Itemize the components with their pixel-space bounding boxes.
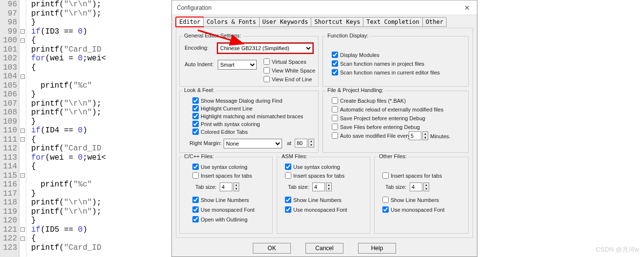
dialog-buttons: OK Cancel Help — [172, 243, 477, 254]
cb-other-mono[interactable]: Use monospaced Font — [382, 206, 445, 213]
group-general-title: General Editor Settings: — [183, 33, 243, 38]
group-file-project: File & Project Handling: Create Backup f… — [322, 91, 469, 153]
configuration-dialog: Configuration ✕ Editor Colors & Fonts Us… — [171, 0, 477, 257]
cb-view-white-space[interactable]: View White Space — [264, 67, 315, 73]
cb-cc-syntax[interactable]: Use syntax coloring — [192, 164, 247, 170]
dialog-titlebar: Configuration ✕ — [172, 0, 477, 15]
tab-shortcut-keys[interactable]: Shortcut Keys — [311, 17, 363, 27]
cb-asm-mono[interactable]: Use monospaced Font — [285, 206, 347, 213]
rmargin-at-input[interactable]: ▲▼ — [295, 139, 314, 147]
group-look-title: Look & Feel: — [183, 87, 216, 93]
cb-cc-mono[interactable]: Use monospaced Font — [192, 206, 255, 213]
asm-tab-label: Tab size: — [288, 184, 309, 190]
cb-cc-lines[interactable]: Show Line Numbers — [192, 197, 249, 203]
tab-user-keywords[interactable]: User Keywords — [259, 17, 312, 27]
cb-reload[interactable]: Automatic reload of externally modified … — [332, 106, 443, 112]
cb-asm-lines[interactable]: Show Line Numbers — [285, 197, 341, 203]
cb-cc-spaces[interactable]: Insert spaces for tabs — [192, 172, 252, 179]
cb-scan-editor[interactable]: Scan function names in current editor fi… — [332, 69, 440, 75]
cb-print-color[interactable]: Print with syntax coloring — [192, 121, 260, 127]
group-asm-title: ASM Files: — [280, 153, 309, 159]
tab-text-completion[interactable]: Text Completion — [363, 17, 422, 27]
cb-save-files[interactable]: Save Files before entering Debug — [332, 124, 420, 130]
cancel-button[interactable]: Cancel — [305, 243, 343, 254]
autosave-unit: Minutes. — [430, 133, 451, 139]
cb-view-eol[interactable]: View End of Line — [264, 76, 312, 82]
encoding-label: Encoding: — [185, 45, 208, 51]
line-number-gutter: 9697989910010110210310410510610710810911… — [0, 0, 19, 257]
close-button[interactable]: ✕ — [457, 1, 477, 15]
cb-other-spaces[interactable]: Insert spaces for tabs — [382, 172, 442, 179]
group-look-feel: Look & Feel: Show Message Dialog during … — [179, 91, 319, 153]
tab-colors-fonts[interactable]: Colors & Fonts — [203, 17, 259, 27]
cb-cc-outline[interactable]: Open with Outlining — [192, 216, 247, 222]
group-asm: ASM Files: Use syntax coloring Insert sp… — [277, 157, 370, 234]
tab-editor[interactable]: Editor — [176, 17, 204, 27]
cb-autosave[interactable]: Auto save modified File every — [332, 132, 410, 139]
ok-button[interactable]: OK — [253, 243, 291, 254]
group-other: Other Files: Insert spaces for tabs Tab … — [374, 157, 469, 234]
cb-hl-line[interactable]: Highlight Current Line — [192, 105, 252, 111]
group-function-display-title: Function Display: — [326, 33, 370, 38]
close-icon: ✕ — [464, 4, 470, 12]
code-editor-background: 9697989910010110210310410510610710810911… — [0, 0, 175, 257]
help-button[interactable]: Help — [358, 243, 396, 254]
other-tab-input[interactable]: ▲▼ — [410, 183, 429, 191]
autosave-value[interactable]: ▲▼ — [409, 131, 428, 140]
cc-tab-input[interactable]: ▲▼ — [220, 183, 239, 191]
cb-scan-project[interactable]: Scan function names in project files — [332, 60, 424, 67]
tab-other[interactable]: Other — [422, 17, 447, 27]
rmargin-select[interactable]: None — [224, 139, 282, 148]
group-fp-title: File & Project Handling: — [326, 87, 385, 93]
auto-indent-select[interactable]: Smart — [218, 60, 257, 70]
group-other-title: Other Files: — [378, 153, 408, 159]
watermark: CSDN @月河w — [596, 245, 639, 254]
group-cc-title: C/C++ Files: — [183, 153, 215, 159]
cc-tab-label: Tab size: — [195, 184, 216, 190]
dialog-title: Configuration — [177, 4, 211, 11]
cb-hl-braces[interactable]: Highlight matching and mismatched braces — [192, 113, 303, 119]
asm-tab-input[interactable]: ▲▼ — [312, 183, 332, 191]
cb-backup[interactable]: Create Backup files (*.BAK) — [332, 97, 406, 104]
cb-show-msg[interactable]: Show Message Dialog during Find — [192, 97, 283, 104]
cb-save-proj[interactable]: Save Project before entering Debug — [332, 115, 425, 121]
other-tab-label: Tab size: — [385, 184, 406, 190]
fold-column: −−−−−−−− — [19, 0, 26, 257]
rmargin-at-label: at — [287, 140, 291, 146]
cb-virtual-spaces[interactable]: Virtual Spaces — [264, 58, 306, 65]
auto-indent-label: Auto Indent: — [185, 61, 213, 67]
group-general: General Editor Settings: Encoding: Chine… — [179, 36, 319, 87]
code-area: printf("\r\n"); printf("\r\n"); } if(ID3… — [26, 0, 175, 257]
cb-other-lines[interactable]: Show Line Numbers — [382, 197, 439, 203]
encoding-select[interactable]: Chinese GB2312 (Simplified) — [218, 43, 313, 53]
cb-asm-spaces[interactable]: Insert spaces for tabs — [285, 172, 344, 179]
cb-display-modules[interactable]: Display Modules — [332, 52, 379, 58]
group-cc: C/C++ Files: Use syntax coloring Insert … — [179, 157, 273, 234]
rmargin-label: Right Margin: — [189, 140, 221, 146]
editor-panel: General Editor Settings: Encoding: Chine… — [176, 28, 473, 238]
cb-colored-tabs[interactable]: Colored Editor Tabs — [192, 128, 247, 135]
group-function-display: Function Display: Display Modules Scan f… — [322, 36, 469, 87]
cb-asm-syntax[interactable]: Use syntax coloring — [285, 164, 340, 170]
